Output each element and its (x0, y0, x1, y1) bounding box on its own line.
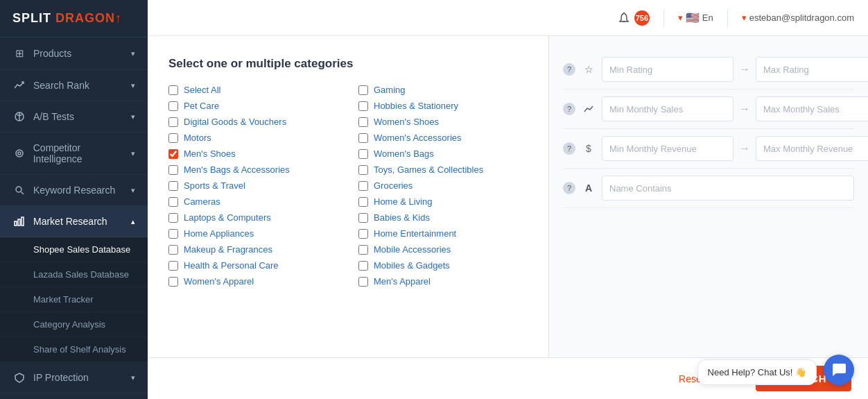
health-checkbox[interactable] (168, 261, 178, 271)
category-select-all[interactable]: Select All (168, 85, 338, 95)
mens-apparel-checkbox[interactable] (358, 277, 368, 287)
category-mobiles-gadgets[interactable]: Mobiles & Gadgets (358, 260, 528, 271)
babies-kids-checkbox[interactable] (358, 213, 368, 223)
cameras-label[interactable]: Cameras (184, 196, 220, 207)
category-motors[interactable]: Motors (168, 133, 338, 143)
max-monthly-sales-input[interactable] (756, 96, 868, 121)
womens-shoes-label[interactable]: Women's Shoes (374, 117, 439, 127)
category-cameras[interactable]: Cameras (168, 196, 338, 207)
mobiles-gadgets-checkbox[interactable] (358, 261, 368, 271)
select-all-checkbox[interactable] (168, 85, 178, 95)
sidebar-item-competitor-intelligence[interactable]: Competitor Intelligence ▾ (0, 133, 148, 175)
digital-goods-label[interactable]: Digital Goods & Vouchers (184, 117, 286, 127)
category-pet-care[interactable]: Pet Care (168, 101, 338, 111)
submenu-share-of-shelf[interactable]: Share of Shelf Analysis (0, 337, 148, 362)
submenu-category-analysis[interactable]: Category Analysis (0, 312, 148, 337)
category-mobile-accessories[interactable]: Mobile Accessories (358, 244, 528, 255)
sidebar-item-search-rank[interactable]: Search Rank ▾ (0, 70, 148, 101)
gaming-label[interactable]: Gaming (374, 85, 406, 95)
category-sports-travel[interactable]: Sports & Travel (168, 180, 338, 191)
babies-kids-label[interactable]: Babies & Kids (374, 212, 430, 223)
womens-bags-label[interactable]: Women's Bags (374, 148, 434, 159)
mens-apparel-label[interactable]: Men's Apparel (374, 276, 431, 287)
laptops-label[interactable]: Laptops & Computers (184, 212, 271, 223)
rating-help-icon[interactable]: ? (563, 63, 575, 76)
hobbies-checkbox[interactable] (358, 101, 368, 111)
category-toys[interactable]: Toys, Games & Collectibles (358, 164, 528, 175)
makeup-checkbox[interactable] (168, 245, 178, 255)
toys-checkbox[interactable] (358, 165, 368, 175)
sports-travel-checkbox[interactable] (168, 181, 178, 191)
category-gaming[interactable]: Gaming (358, 85, 528, 95)
home-living-checkbox[interactable] (358, 197, 368, 207)
submenu-shopee-sales-db[interactable]: Shopee Sales Database (0, 237, 148, 262)
sports-travel-label[interactable]: Sports & Travel (184, 180, 245, 191)
submenu-market-tracker[interactable]: Market Tracker (0, 287, 148, 312)
category-womens-shoes[interactable]: Women's Shoes (358, 117, 528, 127)
mobile-accessories-checkbox[interactable] (358, 245, 368, 255)
category-home-appliances[interactable]: Home Appliances (168, 228, 338, 239)
sidebar-item-products[interactable]: ⊞ Products ▾ (0, 37, 148, 70)
hobbies-label[interactable]: Hobbies & Stationery (374, 101, 458, 111)
mobiles-gadgets-label[interactable]: Mobiles & Gadgets (374, 260, 450, 271)
home-appliances-label[interactable]: Home Appliances (184, 228, 254, 239)
womens-apparel-label[interactable]: Women's Apparel (184, 276, 254, 287)
mens-bags-checkbox[interactable] (168, 165, 178, 175)
category-makeup[interactable]: Makeup & Fragrances (168, 244, 338, 255)
motors-checkbox[interactable] (168, 133, 178, 143)
select-all-label[interactable]: Select All (184, 85, 220, 95)
home-entertainment-checkbox[interactable] (358, 229, 368, 239)
min-monthly-sales-input[interactable] (602, 96, 734, 121)
sidebar-item-market-research[interactable]: Market Research ▴ (0, 206, 148, 237)
mobile-accessories-label[interactable]: Mobile Accessories (374, 244, 451, 255)
womens-bags-checkbox[interactable] (358, 149, 368, 159)
cameras-checkbox[interactable] (168, 197, 178, 207)
name-contains-input[interactable] (602, 176, 854, 201)
category-laptops[interactable]: Laptops & Computers (168, 212, 338, 223)
pet-care-label[interactable]: Pet Care (184, 101, 219, 111)
sidebar-item-ip-protection[interactable]: IP Protection ▾ (0, 362, 148, 393)
notification-bell[interactable]: 756 (618, 10, 650, 26)
gaming-checkbox[interactable] (358, 85, 368, 95)
womens-shoes-checkbox[interactable] (358, 117, 368, 127)
max-monthly-revenue-input[interactable] (756, 136, 868, 161)
home-entertainment-label[interactable]: Home Entertainment (374, 228, 456, 239)
category-digital-goods[interactable]: Digital Goods & Vouchers (168, 117, 338, 127)
category-womens-bags[interactable]: Women's Bags (358, 148, 528, 159)
sidebar-item-keyword-research[interactable]: Keyword Research ▾ (0, 175, 148, 206)
min-rating-input[interactable] (602, 57, 734, 82)
mens-shoes-label[interactable]: Men's Shoes (184, 148, 236, 159)
category-hobbies[interactable]: Hobbies & Stationery (358, 101, 528, 111)
makeup-label[interactable]: Makeup & Fragrances (184, 244, 272, 255)
womens-accessories-label[interactable]: Women's Accessories (374, 133, 462, 143)
pet-care-checkbox[interactable] (168, 101, 178, 111)
groceries-checkbox[interactable] (358, 181, 368, 191)
home-appliances-checkbox[interactable] (168, 229, 178, 239)
category-groceries[interactable]: Groceries (358, 180, 528, 191)
category-mens-bags[interactable]: Men's Bags & Accessories (168, 164, 338, 175)
max-rating-input[interactable] (756, 57, 868, 82)
revenue-help-icon[interactable]: ? (563, 142, 575, 155)
digital-goods-checkbox[interactable] (168, 117, 178, 127)
category-mens-shoes[interactable]: Men's Shoes (168, 148, 338, 159)
groceries-label[interactable]: Groceries (374, 180, 413, 191)
sales-help-icon[interactable]: ? (563, 103, 575, 115)
name-help-icon[interactable]: ? (563, 182, 575, 194)
mens-shoes-checkbox[interactable] (168, 149, 178, 159)
chat-button[interactable] (824, 355, 854, 385)
min-monthly-revenue-input[interactable] (602, 136, 734, 161)
category-mens-apparel[interactable]: Men's Apparel (358, 276, 528, 287)
home-living-label[interactable]: Home & Living (374, 196, 433, 207)
language-selector[interactable]: ▾ 🇺🇸 En (678, 11, 713, 24)
category-home-living[interactable]: Home & Living (358, 196, 528, 207)
womens-accessories-checkbox[interactable] (358, 133, 368, 143)
mens-bags-label[interactable]: Men's Bags & Accessories (184, 164, 290, 175)
submenu-lazada-sales-db[interactable]: Lazada Sales Database (0, 262, 148, 287)
motors-label[interactable]: Motors (184, 133, 211, 143)
category-health[interactable]: Health & Personal Care (168, 260, 338, 271)
womens-apparel-checkbox[interactable] (168, 277, 178, 287)
sidebar-item-ab-tests[interactable]: A/B Tests ▾ (0, 101, 148, 133)
category-womens-accessories[interactable]: Women's Accessories (358, 133, 528, 143)
laptops-checkbox[interactable] (168, 213, 178, 223)
category-womens-apparel[interactable]: Women's Apparel (168, 276, 338, 287)
